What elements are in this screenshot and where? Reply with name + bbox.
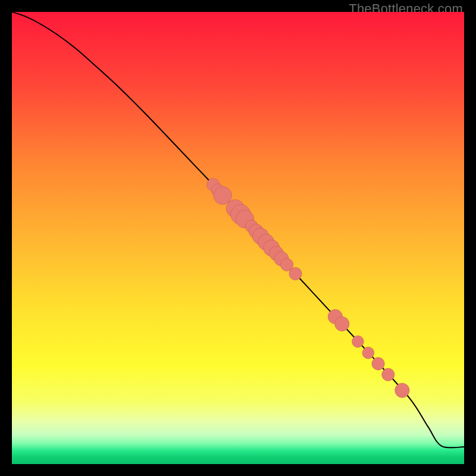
data-marker bbox=[362, 347, 374, 359]
data-marker bbox=[214, 186, 231, 204]
data-marker bbox=[335, 317, 349, 331]
data-marker bbox=[372, 358, 384, 370]
gradient-background bbox=[12, 12, 464, 464]
bottleneck-chart bbox=[12, 12, 464, 464]
data-marker bbox=[395, 383, 409, 397]
data-marker bbox=[289, 267, 302, 280]
chart-frame bbox=[12, 12, 464, 464]
data-marker bbox=[352, 336, 364, 347]
data-marker bbox=[382, 368, 394, 381]
